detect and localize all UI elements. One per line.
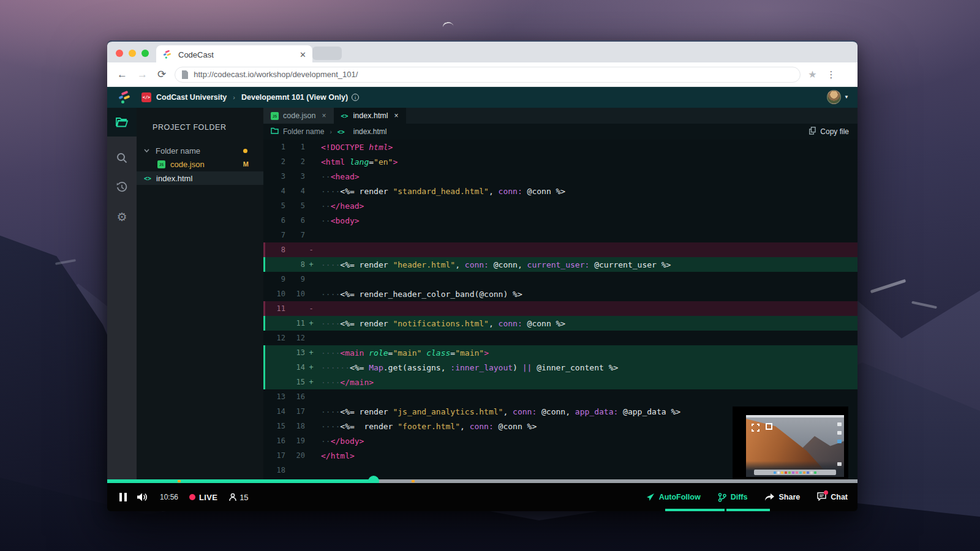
indexhtml-label: index.html	[156, 174, 192, 183]
chevron-down-icon[interactable]	[144, 148, 149, 154]
pip-container	[733, 407, 848, 479]
editor-tab-codejson[interactable]: JS code.json ×	[263, 108, 334, 124]
code-line[interactable]: 1212	[263, 331, 858, 345]
tab-close-icon[interactable]: ✕	[300, 50, 306, 59]
code-line[interactable]: 1010····<%= render_header_color_band(@co…	[263, 287, 858, 301]
dock-app-icon	[785, 471, 787, 474]
editor-tabbar: JS code.json × <> index.html ×	[263, 108, 858, 124]
dock-app-icon	[807, 471, 809, 474]
dock-app-icon	[814, 471, 816, 474]
back-icon[interactable]: ←	[117, 69, 127, 81]
pause-button[interactable]	[119, 493, 127, 501]
code-line[interactable]: 22<html lang="en">	[263, 154, 858, 169]
share-button[interactable]: Share	[764, 493, 800, 501]
code-line[interactable]: 11+····<%= render "notifications.html", …	[263, 316, 858, 331]
refresh-icon[interactable]: ⟳	[157, 68, 166, 81]
elapsed-time: 10:56	[160, 493, 178, 501]
folder-icon	[271, 127, 279, 136]
autofollow-button[interactable]: AutoFollow	[646, 493, 701, 501]
forward-icon[interactable]: →	[137, 69, 148, 81]
pip-desktop-icon	[837, 431, 842, 435]
breadcrumb-folder-label[interactable]: Folder name	[283, 127, 324, 136]
snow-patch	[911, 301, 937, 309]
json-file-icon: JS	[157, 160, 165, 168]
tree-file-codejson[interactable]: JS code.json M	[137, 157, 263, 171]
code-line[interactable]: 11<!DOCTYPE html>	[263, 140, 858, 154]
live-indicator[interactable]: LIVE	[189, 493, 217, 502]
file-panel-header: PROJECT FOLDER	[137, 108, 263, 132]
editor-tab-indexhtml[interactable]: <> index.html ×	[334, 108, 406, 124]
browser-window: CodeCast ✕ ← → ⟳ http://codecast.io/work…	[107, 40, 858, 511]
volume-button[interactable]	[137, 492, 148, 502]
diffs-label: Diffs	[731, 493, 748, 501]
player-controls: 10:56 LIVE 15 AutoFollow	[107, 483, 858, 511]
browser-tab[interactable]: CodeCast ✕	[156, 45, 312, 64]
url-bar[interactable]: http://codecast.io/workshop/development_…	[175, 67, 801, 83]
browser-menu-icon[interactable]: ⋮	[827, 69, 836, 80]
pip-menubar	[746, 415, 844, 418]
chat-button[interactable]: Chat	[817, 492, 848, 503]
code-line[interactable]: 44····<%= render "standard_head.html", c…	[263, 184, 858, 198]
pip-desktop-icon	[837, 440, 842, 443]
share-label: Share	[778, 493, 800, 501]
code-line[interactable]: 33··<head>	[263, 169, 858, 184]
code-line[interactable]: 11-	[263, 301, 858, 316]
person-icon	[228, 493, 237, 501]
tool-rail: ⚙	[107, 108, 137, 479]
settings-tool-button[interactable]: ⚙	[107, 203, 137, 230]
chat-notification-dot	[824, 490, 828, 495]
pip-toggle-icon[interactable]	[766, 423, 772, 430]
dock-app-icon	[799, 471, 802, 474]
tree-folder-row[interactable]: Folder name	[137, 144, 263, 157]
info-icon[interactable]: i	[352, 94, 359, 101]
university-badge-icon: </>	[141, 92, 151, 102]
code-line[interactable]: 1316	[263, 389, 858, 404]
pip-desktop-icon	[837, 462, 842, 466]
expand-icon[interactable]	[752, 423, 760, 434]
live-dot-icon	[189, 494, 195, 500]
code-line[interactable]: 66··<body>	[263, 213, 858, 228]
code-line[interactable]: 13+····<main role="main" class="main">	[263, 345, 858, 360]
pip-video[interactable]	[746, 415, 844, 477]
tree-file-indexhtml[interactable]: <> index.html	[137, 171, 263, 185]
avatar[interactable]	[827, 90, 841, 104]
code-line[interactable]: 99	[263, 272, 858, 287]
viewer-count-label: 15	[239, 493, 248, 502]
folder-open-icon	[116, 117, 128, 127]
html-file-icon: <>	[144, 175, 151, 182]
close-icon[interactable]: ×	[394, 111, 399, 120]
search-tool-button[interactable]	[107, 144, 137, 171]
minimize-window-button[interactable]	[129, 50, 136, 57]
timeline-marker[interactable]	[412, 480, 415, 482]
org-name[interactable]: CodCast University	[156, 93, 227, 102]
copy-icon	[809, 127, 816, 137]
code-line[interactable]: 14+······<%= Map.get(assigns, :inner_lay…	[263, 360, 858, 375]
code-line[interactable]: 55··</head>	[263, 198, 858, 213]
share-arrow-icon	[764, 493, 774, 501]
code-line[interactable]: 8+····<%= render "header.html", conn: @c…	[263, 257, 858, 272]
bookmark-star-icon[interactable]: ★	[808, 69, 816, 80]
copy-file-button[interactable]: Copy file	[809, 127, 849, 137]
diffs-button[interactable]: Diffs	[718, 493, 748, 502]
file-tree: Folder name JS code.json M <> index.html	[137, 144, 263, 185]
cloud-wisp	[442, 21, 454, 29]
codejson-label: code.json	[170, 160, 205, 169]
avatar-caret-icon[interactable]: ▼	[844, 94, 849, 100]
files-tool-button[interactable]	[107, 108, 137, 137]
close-icon[interactable]: ×	[322, 111, 326, 120]
autofollow-icon	[646, 493, 655, 501]
code-line[interactable]: 8-	[263, 242, 858, 257]
close-window-button[interactable]	[116, 50, 123, 57]
zoom-window-button[interactable]	[141, 50, 149, 57]
code-line[interactable]: 77	[263, 228, 858, 242]
modified-badge: M	[243, 160, 249, 168]
timeline-marker[interactable]	[178, 480, 181, 482]
history-icon	[116, 182, 127, 193]
background-tab[interactable]	[312, 47, 342, 60]
diffs-active-underline	[726, 509, 770, 511]
history-tool-button[interactable]	[107, 174, 137, 201]
chat-label: Chat	[831, 493, 848, 501]
code-line[interactable]: 15+····</main>	[263, 375, 858, 389]
copy-file-label: Copy file	[820, 127, 849, 136]
breadcrumb-file-label[interactable]: index.html	[353, 127, 387, 136]
